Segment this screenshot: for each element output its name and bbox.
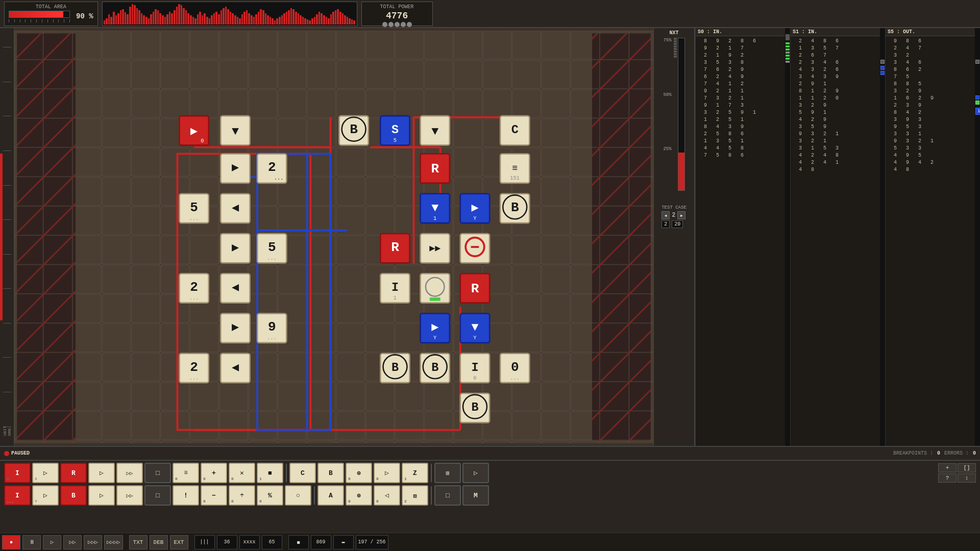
right-btn-bracket[interactable]: [] (958, 463, 976, 472)
toolbar: I0 ▷X R ▷ ▷▷ □ ≡0 +0 ✕0 ■1 C B ⊕0 ▷0 (0, 460, 980, 533)
xxxx-val: xxxx (239, 535, 260, 549)
data-cell: 1 (816, 110, 826, 115)
right-btn-arrow[interactable]: ↕ (958, 473, 976, 483)
svg-rect-85 (220, 313, 250, 342)
deb-btn[interactable]: DEB (150, 535, 168, 549)
tool-play2[interactable]: ▷ (88, 485, 115, 506)
svg-rect-7 (592, 33, 651, 440)
stop-btn[interactable]: ● (2, 535, 20, 549)
svg-text:S: S (391, 123, 399, 137)
ff-btn[interactable]: ▷▷ (63, 535, 82, 549)
data-row: 7321 (697, 94, 784, 102)
tool-x-0[interactable]: ✕0 (229, 463, 255, 483)
top-bar: TOTAL AREA 90 % TOTAL POWER 4776 (0, 0, 980, 28)
data-cell: 3 (697, 110, 707, 115)
data-cell: 3 (911, 117, 921, 122)
tool-grid[interactable]: ⊞ (434, 463, 461, 483)
data-cell: 4 (804, 74, 814, 80)
tool-Z-1[interactable]: Z1 (402, 463, 428, 483)
data-row: 291 (792, 80, 879, 87)
data-row: 89286 (697, 37, 784, 44)
tool-play-X[interactable]: ▷X (32, 463, 59, 483)
data-cell: 2 (709, 74, 719, 80)
tool-pct-0[interactable]: %0 (257, 485, 283, 506)
svg-text:151: 151 (510, 175, 520, 181)
data-row: 329 (887, 87, 974, 94)
paused-dot (4, 451, 9, 456)
data-cell: 9 (697, 45, 707, 51)
data-row: 7412 (697, 80, 784, 87)
test-next-btn[interactable]: ▶ (677, 211, 685, 219)
tool-sq-1[interactable]: ■1 (257, 463, 283, 483)
data-cell: 4 (804, 38, 814, 44)
data-cell: 2 (709, 117, 719, 122)
fff-btn[interactable]: ▷▷▷ (84, 535, 102, 549)
tool-back-0[interactable]: ◁0 (374, 485, 400, 506)
test-case-controls[interactable]: ◀ 2 ▶ (662, 211, 687, 219)
tool-B[interactable]: B (317, 463, 344, 483)
tool-play1[interactable]: ▷ (88, 463, 115, 483)
data-cell: 2 (911, 138, 921, 144)
tool-C[interactable]: C (289, 463, 316, 483)
tool-page[interactable]: ▷ (462, 463, 489, 483)
tool-I-0[interactable]: I0 (4, 463, 31, 483)
svg-rect-5 (14, 31, 653, 443)
data-cell: 9 (911, 88, 921, 94)
ext-btn[interactable]: EXT (170, 535, 188, 549)
tool-eq-0[interactable]: ≡0 (173, 463, 199, 483)
tool-ff[interactable]: ▷▷ (116, 463, 143, 483)
test-prev-btn[interactable]: ◀ (662, 211, 670, 219)
tool-circle[interactable]: ○ (285, 485, 311, 506)
data-cell: 4 (709, 145, 719, 151)
data-row: 862 (887, 66, 974, 73)
tool-div-0[interactable]: ÷0 (229, 485, 255, 506)
data-row: 8439 (697, 123, 784, 130)
data-cell: 5 (792, 110, 802, 115)
ffff-btn[interactable]: ▷▷▷▷ (104, 535, 123, 549)
svg-text:5: 5 (190, 200, 198, 215)
tool-sq3[interactable]: □ (434, 485, 461, 506)
main-grid-area[interactable]: ▶ 0 ▼ B S 5 ▼ C ▶ (14, 28, 653, 446)
tool-xor-0[interactable]: ⊕0 (346, 463, 372, 483)
data-cell: 2 (911, 95, 921, 101)
svg-text:▶: ▶ (471, 201, 479, 215)
txt-btn[interactable]: TXT (129, 535, 148, 549)
tool-M[interactable]: M (462, 485, 489, 506)
data-row: 885 (887, 80, 974, 87)
data-cell: 4 (792, 167, 802, 172)
film-icon: ◼ (288, 535, 309, 549)
errors-val: 0 (973, 450, 976, 456)
tool-play-Y[interactable]: ▷Y (32, 485, 59, 506)
progress-50: 50% (663, 92, 671, 97)
tool-rot-0[interactable]: ⊗0 (346, 485, 372, 506)
tool-B-red[interactable]: B (60, 485, 87, 506)
svg-text:1: 1 (394, 295, 397, 301)
tool-sq[interactable]: □ (144, 463, 171, 483)
data-cell: 4 (911, 160, 921, 165)
tool-excl[interactable]: ! (173, 485, 199, 506)
data-cell: 9 (816, 124, 826, 130)
tool-ff2[interactable]: ▷▷ (116, 485, 143, 506)
data-cell: 4 (816, 153, 826, 158)
pause-btn[interactable]: ⏸ (22, 535, 41, 549)
tool-R[interactable]: R (60, 463, 87, 483)
data-cell: 4 (792, 117, 802, 122)
tool-sq2[interactable]: □ (144, 485, 171, 506)
tool-minus-0[interactable]: −0 (201, 485, 227, 506)
data-cell: 1 (828, 160, 839, 165)
tool-hash-2[interactable]: ▨2 (402, 485, 428, 506)
paused-text: PAUSED (11, 450, 30, 456)
svg-rect-67 (421, 234, 450, 263)
tool-A[interactable]: A (317, 485, 344, 506)
s5-content: 9862473234686275885329102923984239395333… (886, 36, 975, 446)
tool-I-dots[interactable]: I... (4, 485, 31, 506)
right-btn-1[interactable]: + (938, 463, 957, 472)
tool-plus-0[interactable]: +0 (201, 463, 227, 483)
svg-text:...: ... (267, 335, 277, 341)
svg-rect-104 (421, 354, 450, 383)
data-row: 48 (887, 166, 974, 173)
s1-in-column: S1 : IN. 2486135726723464326343929181291… (790, 28, 880, 446)
tool-tri-0[interactable]: ▷0 (374, 463, 400, 483)
play-btn[interactable]: ▷ (43, 535, 61, 549)
right-btn-q[interactable]: ? (938, 473, 957, 483)
